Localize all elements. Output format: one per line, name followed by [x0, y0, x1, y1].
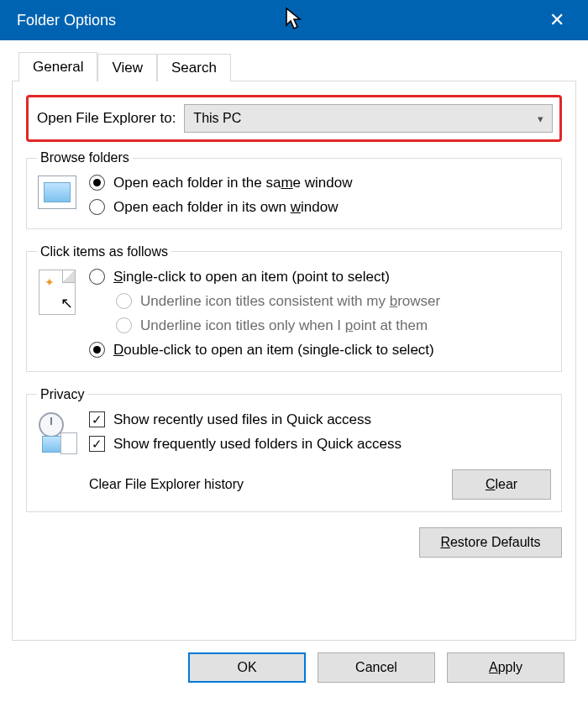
- checkbox-icon: ✓: [89, 436, 105, 452]
- click-items-legend: Click items as follows: [37, 244, 171, 259]
- check-frequent-folders-label: Show frequently used folders in Quick ac…: [113, 435, 402, 453]
- browse-folders-group: Browse folders Open each folder in the s…: [26, 150, 562, 229]
- check-recent-files[interactable]: ✓ Show recently used files in Quick acce…: [89, 411, 551, 428]
- radio-icon: [89, 269, 105, 285]
- close-button[interactable]: ✕: [541, 6, 573, 34]
- clear-button[interactable]: Clear: [452, 469, 551, 500]
- clear-history-label: Clear File Explorer history: [89, 477, 244, 492]
- cancel-button[interactable]: Cancel: [318, 652, 435, 683]
- radio-icon: [89, 175, 105, 191]
- radio-double-click-label: Double-click to open an item (single-cli…: [113, 341, 434, 359]
- radio-double-click[interactable]: Double-click to open an item (single-cli…: [89, 341, 551, 359]
- open-explorer-row: Open File Explorer to: This PC ▾: [26, 95, 562, 142]
- tab-strip: General View Search: [18, 52, 576, 81]
- tab-search[interactable]: Search: [157, 54, 231, 81]
- window-title: Folder Options: [17, 12, 116, 29]
- radio-icon: [89, 342, 105, 358]
- radio-icon: [89, 199, 105, 215]
- radio-icon: [116, 293, 132, 309]
- browse-folders-icon: [37, 174, 77, 209]
- click-items-group: Click items as follows ✦↖ Single-click t…: [26, 244, 562, 372]
- checkbox-icon: ✓: [89, 411, 105, 427]
- open-explorer-value: This PC: [193, 111, 241, 126]
- radio-own-window-label: Open each folder in its own window: [113, 198, 338, 216]
- privacy-legend: Privacy: [37, 387, 87, 402]
- tab-general[interactable]: General: [18, 52, 97, 81]
- titlebar: Folder Options ✕: [0, 0, 588, 40]
- privacy-group: Privacy ✓ Show recently used files in Qu…: [26, 387, 562, 513]
- radio-underline-browser: Underline icon titles consistent with my…: [116, 292, 551, 310]
- radio-single-click[interactable]: Single-click to open an item (point to s…: [89, 268, 551, 286]
- radio-icon: [116, 317, 132, 333]
- click-items-icon: ✦↖: [37, 268, 77, 315]
- radio-own-window[interactable]: Open each folder in its own window: [89, 198, 551, 216]
- tab-view[interactable]: View: [97, 54, 157, 81]
- open-explorer-label: Open File Explorer to:: [37, 110, 176, 127]
- radio-underline-point-label: Underline icon titles only when I point …: [140, 317, 428, 334]
- browse-folders-legend: Browse folders: [37, 150, 133, 165]
- chevron-down-icon: ▾: [538, 113, 543, 125]
- radio-underline-browser-label: Underline icon titles consistent with my…: [140, 292, 440, 310]
- radio-same-window[interactable]: Open each folder in the same window: [89, 174, 551, 191]
- open-explorer-dropdown[interactable]: This PC ▾: [184, 104, 553, 133]
- apply-button[interactable]: Apply: [447, 652, 564, 683]
- radio-underline-point: Underline icon titles only when I point …: [116, 317, 551, 334]
- check-frequent-folders[interactable]: ✓ Show frequently used folders in Quick …: [89, 435, 551, 453]
- privacy-icon: [37, 411, 77, 454]
- ok-button[interactable]: OK: [188, 652, 306, 683]
- dialog-content: General View Search Open File Explorer t…: [0, 40, 588, 683]
- tab-panel-general: Open File Explorer to: This PC ▾ Browse …: [12, 81, 576, 641]
- radio-single-click-label: Single-click to open an item (point to s…: [113, 268, 390, 286]
- dialog-buttons: OK Cancel Apply: [12, 641, 576, 683]
- check-recent-files-label: Show recently used files in Quick access: [113, 411, 371, 428]
- restore-defaults-button[interactable]: Restore Defaults: [419, 527, 562, 558]
- radio-same-window-label: Open each folder in the same window: [113, 174, 352, 191]
